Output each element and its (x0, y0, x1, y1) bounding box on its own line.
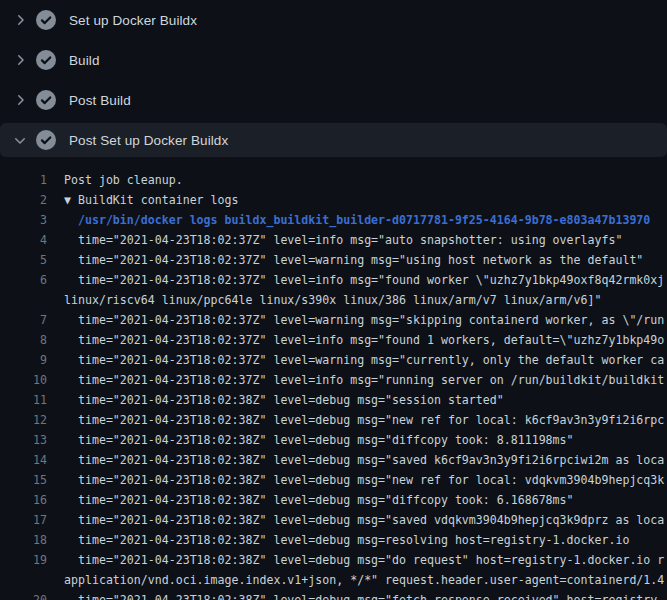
steps-list: Set up Docker Buildx Build P (0, 0, 667, 157)
log-text: time="2021-04-23T18:02:37Z" level=info m… (64, 230, 622, 250)
log-text: linux/riscv64 linux/ppc64le linux/s390x … (64, 290, 601, 310)
log-text: time="2021-04-23T18:02:37Z" level=info m… (64, 270, 664, 290)
log-line: 4 time="2021-04-23T18:02:37Z" level=info… (0, 230, 667, 250)
log-text: application/vnd.oci.image.index.v1+json,… (64, 570, 664, 590)
step-title: Set up Docker Buildx (69, 13, 197, 28)
line-number[interactable]: 11 (0, 390, 47, 410)
log-line: 1 Post job cleanup. (0, 170, 667, 190)
line-number[interactable]: 1 (0, 170, 47, 190)
log-line: 5 time="2021-04-23T18:02:37Z" level=warn… (0, 250, 667, 270)
log-line: 8 time="2021-04-23T18:02:37Z" level=info… (0, 330, 667, 350)
line-number[interactable]: 16 (0, 490, 47, 510)
log-text: time="2021-04-23T18:02:38Z" level=debug … (64, 590, 664, 600)
log-text: time="2021-04-23T18:02:37Z" level=warnin… (64, 310, 664, 330)
log-viewer: 1 Post job cleanup. 2 ▼ BuildKit contain… (0, 160, 667, 600)
log-line: linux/riscv64 linux/ppc64le linux/s390x … (0, 290, 667, 310)
log-line: 3 /usr/bin/docker logs buildx_buildkit_b… (0, 210, 667, 230)
line-number[interactable]: 8 (0, 330, 47, 350)
chevron-right-icon (12, 12, 28, 28)
log-line: 18 time="2021-04-23T18:02:38Z" level=deb… (0, 530, 667, 550)
line-number[interactable]: 14 (0, 450, 47, 470)
line-number[interactable]: 19 (0, 550, 47, 570)
log-line: 16 time="2021-04-23T18:02:38Z" level=deb… (0, 490, 667, 510)
log-text: /usr/bin/docker logs buildx_buildkit_bui… (64, 210, 650, 230)
log-line: 10 time="2021-04-23T18:02:37Z" level=inf… (0, 370, 667, 390)
check-circle-icon (36, 90, 56, 110)
log-text: time="2021-04-23T18:02:38Z" level=debug … (64, 490, 574, 510)
chevron-down-icon (12, 132, 28, 148)
log-line: 15 time="2021-04-23T18:02:38Z" level=deb… (0, 470, 667, 490)
step-title: Build (69, 53, 100, 68)
log-line: application/vnd.oci.image.index.v1+json,… (0, 570, 667, 590)
line-number (0, 290, 47, 310)
check-circle-icon (36, 10, 56, 30)
line-number[interactable]: 5 (0, 250, 47, 270)
log-text: time="2021-04-23T18:02:37Z" level=warnin… (64, 350, 664, 370)
log-line: 2 ▼ BuildKit container logs (0, 190, 667, 210)
step-row-set-up-docker-buildx[interactable]: Set up Docker Buildx (0, 0, 667, 40)
log-line: 7 time="2021-04-23T18:02:37Z" level=warn… (0, 310, 667, 330)
line-number[interactable]: 10 (0, 370, 47, 390)
chevron-right-icon (12, 92, 28, 108)
line-number[interactable]: 18 (0, 530, 47, 550)
log-line: 14 time="2021-04-23T18:02:38Z" level=deb… (0, 450, 667, 470)
line-number[interactable]: 4 (0, 230, 47, 250)
line-number[interactable]: 6 (0, 270, 47, 290)
log-line: 19 time="2021-04-23T18:02:38Z" level=deb… (0, 550, 667, 570)
log-text: time="2021-04-23T18:02:38Z" level=debug … (64, 430, 574, 450)
line-number[interactable]: 2 (0, 190, 47, 210)
log-line: 6 time="2021-04-23T18:02:37Z" level=info… (0, 270, 667, 290)
check-circle-icon (36, 50, 56, 70)
step-row-build[interactable]: Build (0, 40, 667, 80)
step-title: Post Set up Docker Buildx (69, 133, 228, 148)
step-title: Post Build (69, 93, 131, 108)
log-text: time="2021-04-23T18:02:37Z" level=warnin… (64, 250, 643, 270)
log-text: time="2021-04-23T18:02:38Z" level=debug … (64, 510, 664, 530)
log-text: time="2021-04-23T18:02:38Z" level=debug … (64, 450, 664, 470)
log-text: Post job cleanup. (64, 170, 183, 190)
check-circle-icon (36, 130, 56, 150)
log-text: time="2021-04-23T18:02:38Z" level=debug … (64, 530, 629, 550)
log-line: 13 time="2021-04-23T18:02:38Z" level=deb… (0, 430, 667, 450)
log-text: time="2021-04-23T18:02:37Z" level=info m… (64, 330, 664, 350)
line-number[interactable]: 15 (0, 470, 47, 490)
log-line: 11 time="2021-04-23T18:02:38Z" level=deb… (0, 390, 667, 410)
line-number (0, 570, 47, 590)
log-text: time="2021-04-23T18:02:38Z" level=debug … (64, 470, 664, 490)
log-text: time="2021-04-23T18:02:38Z" level=debug … (64, 410, 664, 430)
step-row-post-build[interactable]: Post Build (0, 80, 667, 120)
chevron-right-icon (12, 52, 28, 68)
log-line: 17 time="2021-04-23T18:02:38Z" level=deb… (0, 510, 667, 530)
line-number[interactable]: 3 (0, 210, 47, 230)
step-row-post-set-up-docker-buildx[interactable]: Post Set up Docker Buildx (0, 123, 667, 157)
line-number[interactable]: 9 (0, 350, 47, 370)
log-group-toggle[interactable]: ▼ BuildKit container logs (64, 190, 239, 210)
line-number[interactable]: 12 (0, 410, 47, 430)
log-line: 9 time="2021-04-23T18:02:37Z" level=warn… (0, 350, 667, 370)
line-number[interactable]: 13 (0, 430, 47, 450)
line-number[interactable]: 17 (0, 510, 47, 530)
log-line: 12 time="2021-04-23T18:02:38Z" level=deb… (0, 410, 667, 430)
log-line: 20 time="2021-04-23T18:02:38Z" level=deb… (0, 590, 667, 600)
log-text: time="2021-04-23T18:02:37Z" level=info m… (64, 370, 664, 390)
log-text: time="2021-04-23T18:02:38Z" level=debug … (64, 390, 504, 410)
line-number[interactable]: 7 (0, 310, 47, 330)
log-text: time="2021-04-23T18:02:38Z" level=debug … (64, 550, 664, 570)
line-number[interactable]: 20 (0, 590, 47, 600)
